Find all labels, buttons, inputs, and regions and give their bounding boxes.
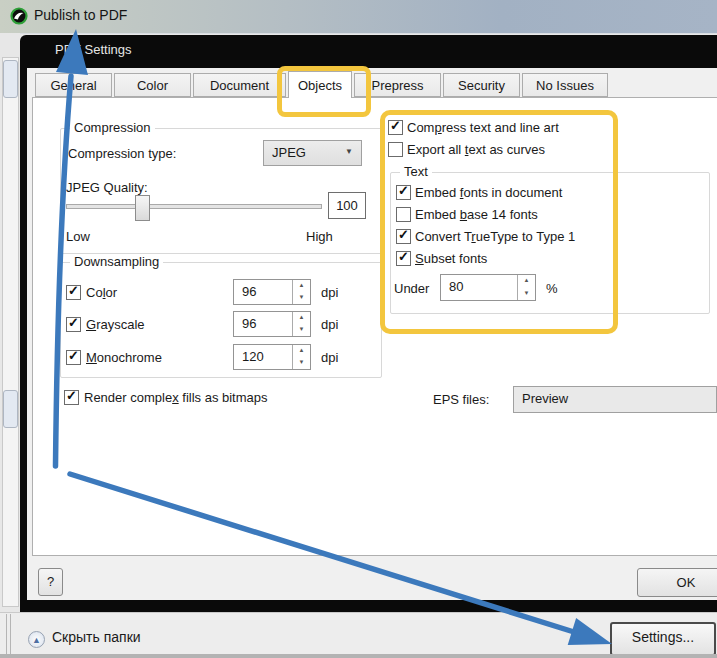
color-dpi-unit: dpi bbox=[321, 285, 338, 300]
background-scroll-strip bbox=[2, 57, 19, 607]
compression-type-label: Compression type: bbox=[68, 146, 176, 161]
spin-down-icon[interactable]: ▼ bbox=[293, 292, 310, 304]
spin-up-icon[interactable]: ▲ bbox=[293, 280, 310, 292]
monochrome-checkbox[interactable]: ✓ bbox=[66, 350, 81, 365]
tab-objects[interactable]: Objects bbox=[288, 71, 352, 98]
grayscale-checkbox[interactable]: ✓ bbox=[66, 317, 81, 332]
grayscale-label: Grayscale bbox=[86, 317, 145, 332]
checkmark-icon: ✓ bbox=[68, 315, 79, 330]
monochrome-dpi-value: 120 bbox=[242, 349, 264, 364]
window-bottom-edge bbox=[0, 654, 717, 658]
tab-color[interactable]: Color bbox=[114, 73, 191, 97]
checkmark-icon: ✓ bbox=[66, 388, 77, 403]
monochrome-dpi-spinner[interactable]: 120 ▲▼ bbox=[233, 344, 311, 370]
subset-fonts-checkbox[interactable]: ✓ bbox=[396, 251, 411, 266]
spin-up-icon[interactable]: ▲ bbox=[293, 312, 310, 324]
slider-high-label: High bbox=[306, 229, 333, 244]
color-dpi-spinner[interactable]: 96 ▲▼ bbox=[233, 279, 311, 305]
checkmark-icon: ✓ bbox=[398, 183, 409, 198]
grayscale-dpi-spinner[interactable]: 96 ▲▼ bbox=[233, 311, 311, 337]
jpeg-quality-slider-thumb[interactable] bbox=[135, 195, 150, 221]
jpeg-quality-slider-track[interactable] bbox=[66, 204, 322, 209]
hide-folders-button[interactable]: ▲ bbox=[28, 631, 45, 648]
convert-truetype-checkbox[interactable]: ✓ bbox=[396, 229, 411, 244]
under-percent-spinner[interactable]: 80 ▲▼ bbox=[440, 274, 536, 301]
chevron-down-icon: ▼ bbox=[345, 147, 353, 156]
grayscale-dpi-unit: dpi bbox=[321, 317, 338, 332]
background-scroll-button-bottom[interactable] bbox=[3, 390, 18, 428]
dialog-title: PDF Settings bbox=[55, 42, 132, 57]
render-fills-checkbox[interactable]: ✓ bbox=[64, 390, 79, 405]
checkmark-icon: ✓ bbox=[398, 249, 409, 264]
tab-document[interactable]: Document bbox=[193, 73, 286, 97]
compression-legend: Compression bbox=[70, 120, 155, 135]
eps-files-label: EPS files: bbox=[433, 392, 489, 407]
export-curves-label: Export all text as curves bbox=[407, 142, 545, 157]
compress-text-label: Compress text and line art bbox=[407, 120, 559, 135]
slider-low-label: Low bbox=[66, 229, 90, 244]
color-label: Color bbox=[86, 285, 117, 300]
checkmark-icon: ✓ bbox=[390, 118, 401, 133]
spin-down-icon[interactable]: ▼ bbox=[293, 324, 310, 336]
spin-up-icon[interactable]: ▲ bbox=[293, 345, 310, 357]
tab-security[interactable]: Security bbox=[443, 73, 520, 97]
embed-fonts-label: Embed fonts in document bbox=[415, 185, 562, 200]
render-fills-label: Render complex fills as bitmaps bbox=[84, 390, 268, 405]
under-percent-value: 80 bbox=[449, 279, 463, 294]
jpeg-quality-label: JPEG Quality: bbox=[66, 180, 148, 195]
embed-base14-label: Embed base 14 fonts bbox=[415, 207, 538, 222]
hide-folders-label: Скрыть папки bbox=[52, 629, 141, 645]
spin-down-icon[interactable]: ▼ bbox=[293, 357, 310, 369]
under-label: Under bbox=[394, 281, 429, 296]
convert-truetype-label: Convert TrueType to Type 1 bbox=[415, 229, 575, 244]
tab-prepress[interactable]: Prepress bbox=[354, 73, 441, 97]
checkmark-icon: ✓ bbox=[68, 283, 79, 298]
text-legend: Text bbox=[400, 164, 432, 179]
help-button[interactable]: ? bbox=[38, 568, 63, 596]
settings-button[interactable]: Settings... bbox=[610, 622, 716, 656]
tab-no-issues[interactable]: No Issues bbox=[522, 73, 608, 97]
subset-fonts-label: Subset fonts bbox=[415, 251, 487, 266]
window-title: Publish to PDF bbox=[34, 7, 127, 23]
background-scroll-button-top[interactable] bbox=[3, 60, 18, 98]
checkmark-icon: ✓ bbox=[68, 348, 79, 363]
eps-files-dropdown[interactable]: Preview bbox=[513, 386, 717, 413]
eps-files-value: Preview bbox=[522, 391, 568, 406]
color-dpi-value: 96 bbox=[242, 284, 256, 299]
compression-type-value: JPEG bbox=[272, 145, 306, 160]
downsampling-legend: Downsampling bbox=[70, 254, 163, 269]
window-edge-grip bbox=[6, 614, 11, 654]
embed-fonts-checkbox[interactable]: ✓ bbox=[396, 185, 411, 200]
publish-to-pdf-titlebar: Publish to PDF bbox=[0, 0, 717, 34]
monochrome-dpi-unit: dpi bbox=[321, 350, 338, 365]
spin-down-icon[interactable]: ▼ bbox=[518, 288, 535, 301]
compress-text-checkbox[interactable]: ✓ bbox=[388, 120, 403, 135]
jpeg-quality-value[interactable]: 100 bbox=[328, 192, 366, 219]
tab-general[interactable]: General bbox=[35, 73, 112, 97]
chevron-up-icon: ▲ bbox=[32, 635, 41, 645]
monochrome-label: Monochrome bbox=[86, 350, 162, 365]
spin-up-icon[interactable]: ▲ bbox=[518, 275, 535, 288]
compression-type-dropdown[interactable]: JPEG ▼ bbox=[263, 140, 362, 166]
embed-base14-checkbox[interactable] bbox=[396, 207, 411, 222]
ok-button[interactable]: OK bbox=[637, 568, 717, 597]
grayscale-dpi-value: 96 bbox=[242, 316, 256, 331]
publish-pdf-icon bbox=[10, 7, 28, 25]
checkmark-icon: ✓ bbox=[398, 227, 409, 242]
export-curves-checkbox[interactable] bbox=[388, 142, 403, 157]
color-checkbox[interactable]: ✓ bbox=[66, 285, 81, 300]
under-percent-unit: % bbox=[546, 281, 558, 296]
background-window-edge bbox=[0, 33, 20, 612]
